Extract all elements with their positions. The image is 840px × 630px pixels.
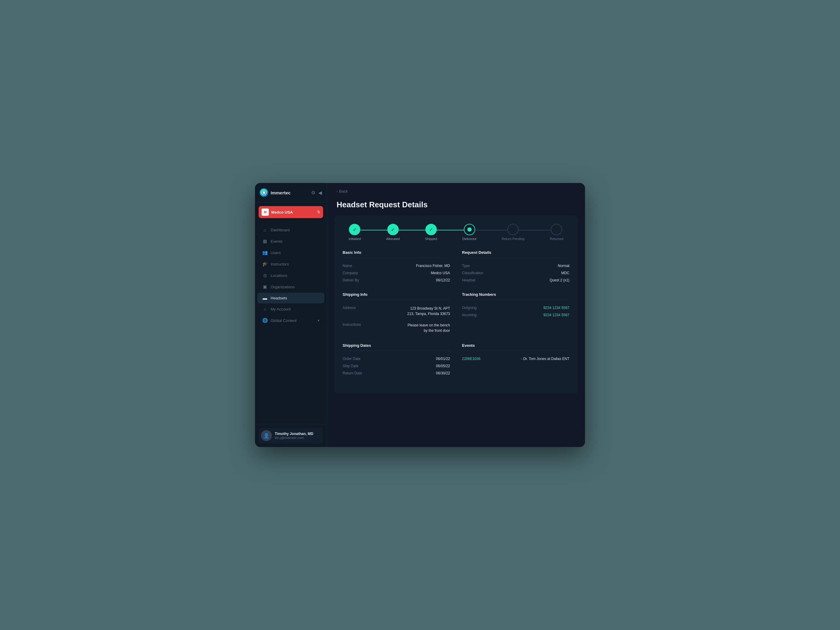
basic-info-section: Basic Info Name Francisco Fisher, MD Com… <box>343 250 450 284</box>
shipping-instructions-value: Please leave on the benchby the front do… <box>408 322 450 333</box>
sidebar-item-label-locations: Locations <box>271 273 287 278</box>
basic-info-deliverby-label: Deliver By <box>343 278 369 282</box>
expand-icon: ▾ <box>318 319 319 322</box>
organizations-icon: ▣ <box>262 284 268 289</box>
user-email: tim.j@example.com <box>275 436 313 439</box>
step-circle-return-pending <box>507 224 519 235</box>
tracking-section: Tracking Numbers Outgoing 9234 1234 5567… <box>462 292 569 335</box>
step-circle-allocated: ✓ <box>387 224 399 235</box>
request-type-label: Type <box>462 264 489 268</box>
dashboard-icon: ⌂ <box>262 227 268 232</box>
events-title: Events <box>462 343 569 351</box>
sidebar-item-instructors[interactable]: 🎓 Instructors <box>257 259 324 269</box>
users-icon: 👥 <box>262 250 268 255</box>
basic-info-company-row: Company Medco USA <box>343 269 450 276</box>
return-date-label: Return Date <box>343 371 369 375</box>
tracking-incoming-label: Incoming <box>462 313 489 317</box>
stepper-progress <box>361 230 469 231</box>
myaccount-icon: ○ <box>262 306 268 312</box>
user-info: Timothy Jonathan, MD tim.j@example.com <box>275 432 313 439</box>
sidebar-item-events[interactable]: ▦ Events <box>257 236 324 246</box>
app-name: Immertec <box>271 190 291 195</box>
basic-info-deliverby-row: Deliver By 06/12/22 <box>343 276 450 284</box>
locations-icon: ◎ <box>262 273 268 278</box>
org-name: Medco USA <box>271 210 315 215</box>
step-returned: Returned <box>550 224 564 241</box>
stepper: ✓ Initiatied ✓ Allocated ✓ Shipped Deliv… <box>343 224 569 241</box>
shipping-info-section: Shipping Info Address 123 Broadway St N,… <box>343 292 450 335</box>
shipping-instructions-label: Instructions <box>343 322 369 327</box>
sidebar-item-label-instructors: Instructors <box>271 262 289 267</box>
request-type-value: Normal <box>558 264 569 268</box>
sidebar-item-globalcontent[interactable]: 🌐 Global Content ▾ <box>257 315 324 326</box>
request-classification-row: Classification MDC <box>462 269 569 276</box>
basic-info-company-label: Company <box>343 271 369 275</box>
app-window: Immertec ⚙ ◀ M Medco USA ⇅ ⌂ Dashboard ▦… <box>255 183 585 447</box>
step-delivered: Delivered <box>462 224 476 241</box>
svg-point-1 <box>263 191 265 194</box>
user-name: Timothy Jonathan, MD <box>275 432 313 436</box>
shipping-dates-section: Shipping Dates Order Date 06/01/22 Ship … <box>343 343 450 377</box>
return-date-value: 06/30/22 <box>436 371 450 375</box>
globalcontent-icon: 🌐 <box>262 318 268 323</box>
sidebar-footer: 👤 Timothy Jonathan, MD tim.j@example.com <box>255 424 327 447</box>
sidebar-item-dashboard[interactable]: ⌂ Dashboard <box>257 225 324 235</box>
request-classification-label: Classification <box>462 271 489 275</box>
detail-sections: Basic Info Name Francisco Fisher, MD Com… <box>343 250 569 385</box>
basic-info-company-value: Medco USA <box>431 271 450 275</box>
step-label-shipped: Shipped <box>425 237 437 241</box>
settings-icon[interactable]: ⚙ <box>311 190 315 196</box>
ship-date-label: Ship Date <box>343 364 369 368</box>
headsets-icon: ▬ <box>262 295 268 301</box>
request-details-section: Request Details Type Normal Classificati… <box>462 250 569 284</box>
sidebar-item-organizations[interactable]: ▣ Organizations <box>257 281 324 292</box>
shipping-address-label: Address <box>343 306 369 310</box>
ship-date-row: Ship Date 06/05/22 <box>343 362 450 369</box>
step-circle-returned <box>551 224 562 235</box>
request-type-row: Type Normal <box>462 262 569 269</box>
tracking-outgoing-label: Outgoing <box>462 306 489 310</box>
sidebar-item-label-globalcontent: Global Content <box>271 318 297 323</box>
step-circle-shipped: ✓ <box>425 224 437 235</box>
sidebar-header: Immertec ⚙ ◀ <box>255 183 327 202</box>
order-date-label: Order Date <box>343 357 369 361</box>
collapse-icon[interactable]: ◀ <box>318 190 322 196</box>
basic-info-name-row: Name Francisco Fisher, MD <box>343 262 450 269</box>
org-selector[interactable]: M Medco USA ⇅ <box>259 206 323 218</box>
sidebar-item-locations[interactable]: ◎ Locations <box>257 270 324 281</box>
tracking-incoming-row: Incoming 9234 1234 5567 <box>462 311 569 319</box>
sidebar-item-label-headsets: Headsets <box>271 296 287 300</box>
back-button[interactable]: ‹ Back <box>336 189 575 194</box>
step-allocated: ✓ Allocated <box>386 224 399 241</box>
tracking-outgoing-row: Outgoing 9234 1234 5567 <box>462 304 569 311</box>
event-desc: - Dr. Tom Jones at Dallas ENT <box>521 357 569 361</box>
sidebar-item-label-users: Users <box>271 251 281 255</box>
sidebar-item-headsets[interactable]: ▬ Headsets <box>257 293 324 303</box>
shipping-address-row: Address 123 Broadway St N, APT213, Tampa… <box>343 304 450 318</box>
sidebar: Immertec ⚙ ◀ M Medco USA ⇅ ⌂ Dashboard ▦… <box>255 183 327 447</box>
org-avatar: M <box>262 208 269 216</box>
logo-area: Immertec <box>260 188 291 197</box>
sidebar-item-label-organizations: Organizations <box>271 285 295 289</box>
shipping-dates-title: Shipping Dates <box>343 343 450 351</box>
tracking-incoming-value: 9234 1234 5567 <box>543 313 569 317</box>
main-content: ‹ Back Headset Request Details ✓ Initiat… <box>327 183 585 447</box>
instructors-icon: 🎓 <box>262 261 268 267</box>
tracking-outgoing-value: 9234 1234 5567 <box>543 306 569 310</box>
request-headset-label: Headset <box>462 278 489 282</box>
step-return-pending: Return Pending <box>502 224 524 241</box>
detail-card: ✓ Initiatied ✓ Allocated ✓ Shipped Deliv… <box>334 215 578 393</box>
event-id[interactable]: 2206E1036 <box>462 357 480 361</box>
header-actions: ⚙ ◀ <box>311 190 322 196</box>
back-label: Back <box>339 189 348 194</box>
shipping-instructions-row: Instructions Please leave on the benchby… <box>343 321 450 335</box>
step-shipped: ✓ Shipped <box>425 224 437 241</box>
step-label-delivered: Delivered <box>462 237 476 241</box>
step-circle-initiated: ✓ <box>349 224 360 235</box>
basic-info-title: Basic Info <box>343 250 450 258</box>
sidebar-item-users[interactable]: 👥 Users <box>257 247 324 258</box>
top-bar: ‹ Back <box>327 183 585 196</box>
request-headset-value: Quest 2 (x1) <box>549 278 569 282</box>
sidebar-item-myaccount[interactable]: ○ My Account <box>257 304 324 314</box>
ship-date-value: 06/05/22 <box>436 364 450 368</box>
